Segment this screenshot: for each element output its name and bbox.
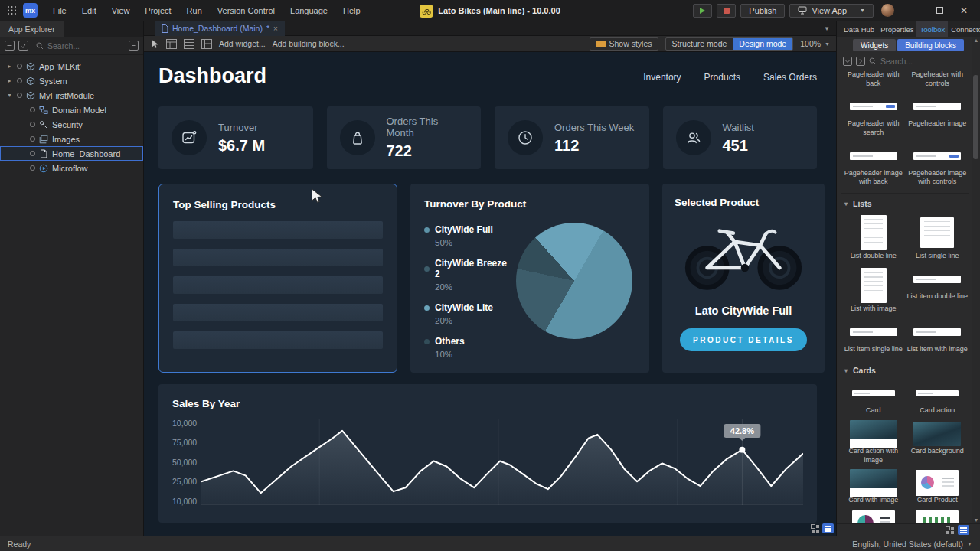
building-block-pageheader-with-search[interactable]: Pageheader with search <box>841 93 906 137</box>
run-button[interactable] <box>693 4 712 18</box>
layout-grid-icon[interactable] <box>166 39 177 49</box>
building-block-card-with-image[interactable]: Card with image <box>841 470 906 505</box>
chevron-down-icon: ▾ <box>844 367 848 374</box>
building-block-card[interactable]: Card <box>841 380 906 416</box>
grid-view-icon[interactable] <box>810 523 820 533</box>
zoom-control[interactable]: 100% ▼ <box>800 39 830 48</box>
tab-app-explorer[interactable]: App Explorer <box>0 21 64 37</box>
building-block-card-product[interactable]: Card Product <box>906 470 970 505</box>
building-block-list-item-with-image[interactable]: List item with image <box>906 319 970 354</box>
expand-sections-icon[interactable] <box>856 57 865 66</box>
top-selling-products-card[interactable]: Top Selling Products <box>158 184 397 373</box>
building-block-list-double-line[interactable]: List double line <box>841 214 906 261</box>
tree-item-domain-model[interactable]: Domain Model <box>0 103 143 117</box>
view-app-caret-icon[interactable]: ▼ <box>854 8 865 13</box>
chevron-right-icon[interactable]: ▸ <box>6 77 13 84</box>
menu-item-language[interactable]: Language <box>283 0 335 21</box>
menu-item-version-control[interactable]: Version Control <box>210 0 283 21</box>
scrollbar-thumb[interactable] <box>973 75 978 159</box>
select-tool-icon[interactable] <box>150 39 159 49</box>
section-header-cards[interactable]: ▾Cards <box>841 360 969 380</box>
building-block-card-action[interactable]: Card action <box>906 380 970 416</box>
tab-properties[interactable]: Properties <box>877 21 916 37</box>
chevron-right-icon[interactable]: ▸ <box>6 63 13 70</box>
building-block-card-graph[interactable]: Card Graph <box>906 510 970 523</box>
structure-mode-button[interactable]: Structure mode <box>666 38 733 50</box>
menu-item-edit[interactable]: Edit <box>74 0 104 21</box>
building-block-card-background[interactable]: Card background <box>906 421 970 456</box>
building-block-list-with-image[interactable]: List with image <box>841 266 906 314</box>
language-selector[interactable]: English, United States (default) ▼ <box>852 540 972 549</box>
kpi-card-orders-this-week[interactable]: Orders This Week112 <box>495 106 649 169</box>
product-details-button[interactable]: PRODUCT DETAILS <box>680 328 807 351</box>
mendix-logo[interactable]: mx <box>23 3 38 18</box>
building-block-pageheader-image-with-back[interactable]: Pageheader image with back <box>841 143 906 187</box>
user-avatar[interactable] <box>881 4 894 17</box>
nav-link-sales-orders[interactable]: Sales Orders <box>763 72 817 83</box>
nav-link-products[interactable]: Products <box>704 72 740 83</box>
show-styles-button[interactable]: Show styles <box>590 37 658 51</box>
building-block-pageheader-image[interactable]: Pageheader image <box>906 93 970 129</box>
collapse-all-icon[interactable] <box>5 41 15 51</box>
grid-view-icon[interactable] <box>945 525 955 535</box>
building-block-card-action-with-image[interactable]: Card action with image <box>841 421 906 465</box>
tree-item-home-dashboard[interactable]: Home_Dashboard <box>0 146 143 161</box>
scroll-down-icon[interactable]: ▼ <box>974 517 979 523</box>
menu-item-run[interactable]: Run <box>179 0 210 21</box>
kpi-card-orders-this-month[interactable]: Orders This Month722 <box>327 106 482 169</box>
sales-by-year-card[interactable]: Sales By Year 10,00075,00050,00025,00010… <box>158 384 817 523</box>
tree-item-myfirstmodule[interactable]: ▾MyFirstModule <box>0 88 143 103</box>
menu-item-project[interactable]: Project <box>137 0 178 21</box>
tab-close-icon[interactable]: × <box>273 24 278 33</box>
building-block-list-single-line[interactable]: List single line <box>906 214 970 261</box>
app-launcher-icon[interactable] <box>7 5 17 15</box>
menu-item-help[interactable]: Help <box>335 0 368 21</box>
add-building-block-button[interactable]: Add building block... <box>273 39 345 48</box>
tree-item-system[interactable]: ▸System <box>0 73 143 88</box>
building-block-list-item-single-line[interactable]: List item single line <box>841 319 906 354</box>
tree-item-security[interactable]: Security <box>0 117 143 132</box>
building-block-pageheader-image-with-controls[interactable]: Pageheader image with controls <box>906 143 970 187</box>
section-header-lists[interactable]: ▾Lists <box>841 193 969 214</box>
publish-button[interactable]: Publish <box>740 4 785 18</box>
building-block-card-stats[interactable]: Card Stats <box>841 510 906 523</box>
building-block-list-item-double-line[interactable]: List item double line <box>906 266 970 302</box>
stop-button[interactable] <box>717 4 736 18</box>
collapse-sections-icon[interactable] <box>843 57 852 66</box>
tree-item-images[interactable]: Images <box>0 132 143 146</box>
maximize-button[interactable] <box>929 0 949 21</box>
tab-toolbox[interactable]: Toolbox <box>916 21 948 37</box>
app-explorer-search-input[interactable]: Search... <box>32 41 125 51</box>
minimize-button[interactable]: – <box>905 0 925 21</box>
tab-connector[interactable]: Connector <box>948 21 980 37</box>
sync-selection-icon[interactable] <box>18 41 28 51</box>
layout-columns-icon[interactable] <box>201 39 212 49</box>
open-editors-caret-icon[interactable]: ▼ <box>824 25 836 32</box>
toolbox-search-input[interactable]: Search... <box>869 57 913 66</box>
nav-link-inventory[interactable]: Inventory <box>643 72 681 83</box>
kpi-card-turnover[interactable]: Turnover$6.7 M <box>158 106 313 169</box>
menu-item-view[interactable]: View <box>104 0 138 21</box>
view-app-button[interactable]: View App ▼ <box>789 4 874 18</box>
chevron-down-icon[interactable]: ▾ <box>6 92 13 99</box>
design-mode-button[interactable]: Design mode <box>733 38 792 50</box>
tree-item-app-mlkit[interactable]: ▸App 'MLKit' <box>0 59 143 73</box>
add-widget-button[interactable]: Add widget... <box>219 39 266 48</box>
list-view-icon[interactable] <box>958 525 969 535</box>
tab-home-dashboard[interactable]: Home_Dashboard (Main) * × <box>155 21 285 36</box>
turnover-by-product-card[interactable]: Turnover By Product CityWide Full50%City… <box>410 184 649 373</box>
building-block-pageheader-with-back[interactable]: Pageheader with back <box>841 69 906 88</box>
filter-settings-icon[interactable] <box>129 41 139 51</box>
toggle-widgets[interactable]: Widgets <box>853 39 896 51</box>
layout-rows-icon[interactable] <box>184 39 194 49</box>
menu-item-file[interactable]: File <box>45 0 74 21</box>
kpi-card-waitlist[interactable]: Waitlist451 <box>663 106 818 169</box>
tree-item-microflow[interactable]: Microflow <box>0 161 143 175</box>
building-block-pageheader-with-controls[interactable]: Pageheader with controls <box>906 69 970 88</box>
selected-product-card[interactable]: Selected Product <box>662 184 825 373</box>
tab-data-hub[interactable]: Data Hub <box>841 21 877 37</box>
scroll-up-icon[interactable]: ▲ <box>974 37 979 43</box>
list-view-icon[interactable] <box>822 523 834 533</box>
close-button[interactable]: ✕ <box>954 0 974 21</box>
toggle-building-blocks[interactable]: Building blocks <box>897 39 964 51</box>
